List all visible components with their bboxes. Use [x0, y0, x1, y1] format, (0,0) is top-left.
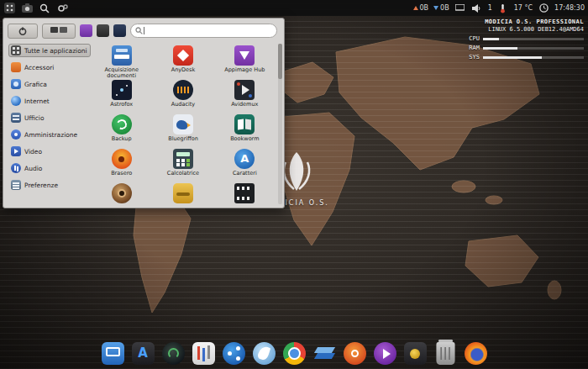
clock-icon [538, 3, 549, 14]
app-grid: Acquisizione documenti AnyDesk Appimage … [91, 44, 276, 208]
volume-icon[interactable] [471, 3, 483, 14]
category-label: Grafica [24, 81, 47, 88]
category-all-applications[interactable]: Tutte le applicazioni [8, 44, 91, 57]
audio-icon [11, 163, 21, 173]
app-label: Avidemux [214, 102, 276, 108]
avidemux-icon [234, 80, 255, 100]
panel-status-area: 0B 0B 1 17 °C 17:48:30 [413, 3, 588, 14]
system-monitor: MODICIA O.S. PROFESSIONAL LINUX 6.5.000 … [469, 18, 584, 61]
category-audio[interactable]: Audio [8, 161, 91, 175]
dark-app-shortcut-icon[interactable] [97, 24, 109, 37]
app-label: Bluegriffon [152, 136, 213, 142]
trash-dock-icon[interactable] [436, 342, 454, 365]
category-preferences[interactable]: Preferenze [8, 178, 91, 192]
net-down-stat[interactable]: 0B [433, 4, 449, 12]
net-down-value: 0B [440, 4, 449, 12]
display-settings-dock-icon[interactable] [102, 342, 124, 365]
app-menu-icon[interactable] [3, 3, 15, 14]
firefox-dock-icon[interactable] [465, 342, 487, 365]
navy-app-shortcut-icon[interactable] [113, 24, 126, 37]
kbd-value: 1 [488, 4, 492, 12]
web-browser-dock-icon[interactable] [162, 342, 185, 365]
internet-globe-icon [11, 96, 21, 106]
search-icon [135, 27, 143, 34]
app-item[interactable]: Bookworm [214, 113, 276, 145]
audio-mixer-dock-icon[interactable] [192, 342, 215, 365]
power-button[interactable] [8, 24, 38, 39]
media-player-dock-icon[interactable] [374, 342, 396, 365]
category-label: Video [24, 148, 42, 156]
display-indicator-icon[interactable] [454, 3, 466, 14]
share-dock-icon[interactable] [223, 342, 245, 365]
category-label: Preferenze [24, 182, 58, 189]
cpu-meter: CPU [469, 35, 584, 43]
panel-launchers [0, 3, 68, 14]
filmstrip-app-icon [234, 183, 255, 203]
app-label: Audacity [152, 102, 213, 108]
category-video[interactable]: Video [8, 145, 91, 158]
chromium-dock-icon[interactable] [283, 342, 306, 365]
top-panel: 0B 0B 1 17 °C 17:48:30 [0, 0, 588, 16]
category-administration[interactable]: Amministrazione [8, 128, 91, 141]
keyboard-indicator[interactable]: 1 [488, 4, 492, 12]
cpu-bar [483, 38, 584, 40]
monitor-subtitle: LINUX 6.5.000 DEB12.4@AMD64 [469, 26, 584, 34]
accessories-icon [11, 62, 21, 72]
app-item[interactable]: Acquisizione documenti [91, 44, 152, 76]
menu-scrollbar[interactable] [278, 44, 282, 204]
layers-dock-icon[interactable] [313, 342, 336, 365]
menu-search [130, 24, 277, 38]
temperature-value[interactable]: 17 °C [514, 4, 533, 12]
app-item[interactable]: AnyDesk [152, 44, 213, 76]
fonts-icon: A [234, 149, 255, 169]
app-item[interactable]: Calcolatrice [152, 147, 213, 179]
astrofox-icon [112, 80, 132, 100]
app-item[interactable]: Astrofox [91, 78, 152, 110]
app-label: Calcolatrice [152, 171, 213, 177]
category-office[interactable]: Ufficio [8, 111, 91, 124]
app-item[interactable]: Brasero [91, 147, 152, 179]
purple-app-shortcut-icon[interactable] [80, 24, 92, 37]
app-item[interactable]: Avidemux [214, 78, 276, 110]
clock-value[interactable]: 17:48:30 [554, 4, 585, 12]
net-up-stat[interactable]: 0B [413, 4, 429, 12]
app-item[interactable] [214, 182, 276, 208]
app-label: AnyDesk [152, 67, 213, 73]
app-menu-window: Tutte le applicazioni Accessori Grafica … [3, 18, 285, 208]
calculator-icon [173, 149, 193, 169]
category-graphics[interactable]: Grafica [8, 77, 91, 91]
app-label: Astrofox [91, 102, 152, 108]
bluegriffon-icon [173, 114, 193, 134]
thermometer-icon [497, 3, 509, 14]
category-internet[interactable]: Internet [8, 94, 91, 108]
category-accessories[interactable]: Accessori [8, 61, 91, 74]
all-apps-grid-icon [11, 45, 21, 55]
office-icon [11, 113, 21, 123]
app-label: Backup [91, 136, 152, 142]
anydesk-icon [173, 45, 193, 66]
app-item[interactable]: A Caratteri [214, 147, 276, 179]
scrollbar-handle[interactable] [278, 44, 282, 79]
app-item[interactable] [91, 182, 152, 208]
app-item[interactable]: Appimage Hub [214, 44, 276, 76]
screenshot-camera-icon[interactable] [21, 3, 33, 14]
app-item[interactable]: Bluegriffon [152, 113, 213, 145]
graphics-icon [11, 79, 21, 89]
video-icon [11, 146, 21, 156]
search-icon[interactable] [39, 3, 50, 14]
settings-gears-icon[interactable] [56, 3, 68, 14]
app-label: Brasero [91, 171, 152, 177]
ram-bar [483, 47, 584, 50]
session-button[interactable] [42, 24, 76, 39]
menu-categories: Tutte le applicazioni Accessori Grafica … [8, 44, 91, 192]
appcenter-dock-icon[interactable]: A [132, 342, 155, 365]
monitor-title: MODICIA O.S. PROFESSIONAL [469, 18, 584, 26]
search-input[interactable] [147, 26, 272, 36]
app-item[interactable]: Backup [91, 113, 152, 145]
app-item[interactable]: Audacity [152, 78, 213, 110]
feather-mail-dock-icon[interactable] [253, 342, 276, 365]
app-item[interactable] [152, 182, 213, 208]
orange-app-dock-icon[interactable] [344, 342, 366, 365]
screenshot-tool-dock-icon[interactable] [404, 342, 427, 365]
audacity-icon [173, 80, 193, 100]
